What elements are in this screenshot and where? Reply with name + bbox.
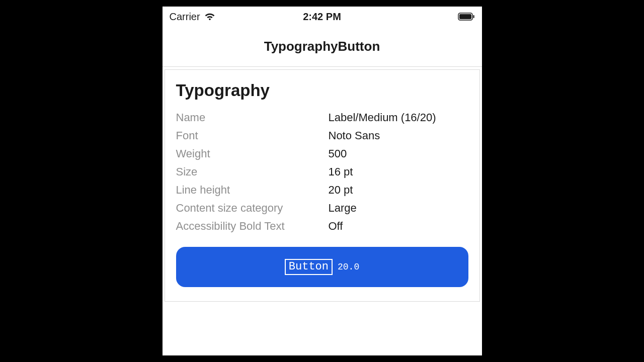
- prop-label: Weight: [176, 147, 329, 160]
- nav-title: TypographyButton: [264, 39, 380, 54]
- prop-value: Large: [329, 202, 357, 215]
- prop-value: Label/Medium (16/20): [329, 111, 436, 124]
- card-title: Typography: [176, 81, 468, 100]
- sample-button-label: Button: [285, 259, 333, 275]
- prop-row-line-height: Line height 20 pt: [176, 184, 468, 197]
- prop-row-font: Font Noto Sans: [176, 129, 468, 142]
- device-frame: Carrier 2:42 PM TypographyButton Typogra…: [163, 7, 482, 355]
- status-bar-left: Carrier: [170, 11, 215, 23]
- carrier-label: Carrier: [170, 11, 200, 23]
- prop-row-accessibility-bold-text: Accessibility Bold Text Off: [176, 220, 468, 233]
- prop-row-name: Name Label/Medium (16/20): [176, 111, 468, 124]
- typography-card: Typography Name Label/Medium (16/20) Fon…: [165, 69, 480, 302]
- prop-value: 500: [329, 147, 347, 160]
- prop-row-content-size-category: Content size category Large: [176, 202, 468, 215]
- sample-button-annotation: 20.0: [338, 262, 359, 272]
- prop-label: Accessibility Bold Text: [176, 220, 329, 233]
- prop-label: Name: [176, 111, 329, 124]
- prop-value: 20 pt: [329, 184, 353, 197]
- wifi-icon: [204, 13, 215, 21]
- battery-icon: [458, 13, 475, 21]
- navigation-bar: TypographyButton: [163, 27, 482, 67]
- prop-value: 16 pt: [329, 165, 353, 178]
- prop-value: Off: [329, 220, 343, 233]
- prop-label: Line height: [176, 184, 329, 197]
- clock-label: 2:42 PM: [303, 11, 341, 23]
- prop-label: Font: [176, 129, 329, 142]
- property-list: Name Label/Medium (16/20) Font Noto Sans…: [176, 111, 468, 233]
- status-bar: Carrier 2:42 PM: [163, 7, 482, 27]
- prop-row-size: Size 16 pt: [176, 165, 468, 178]
- svg-rect-2: [473, 15, 474, 18]
- prop-value: Noto Sans: [329, 129, 380, 142]
- svg-rect-1: [459, 14, 471, 19]
- prop-label: Content size category: [176, 202, 329, 215]
- prop-label: Size: [176, 165, 329, 178]
- sample-button[interactable]: Button 20.0: [176, 247, 468, 287]
- prop-row-weight: Weight 500: [176, 147, 468, 160]
